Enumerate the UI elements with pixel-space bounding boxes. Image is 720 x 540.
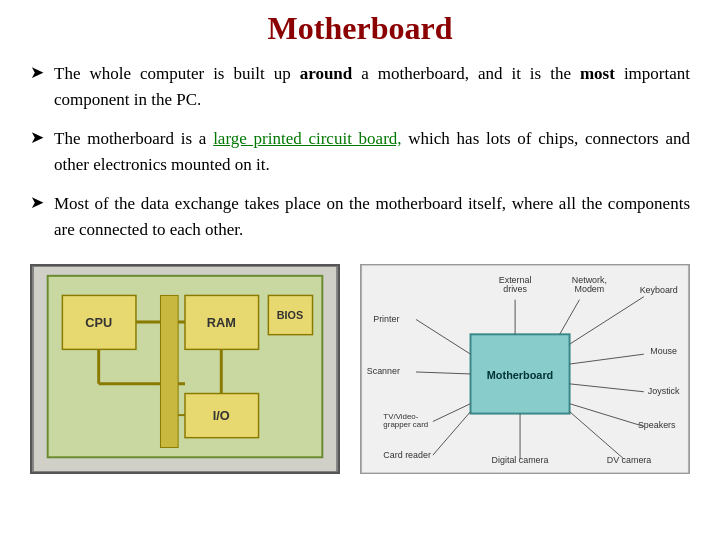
diagram-right-svg: Motherboard Printer Scanner TV/Video- gr… — [361, 265, 689, 473]
svg-text:BIOS: BIOS — [277, 309, 303, 321]
diagram-right: Motherboard Printer Scanner TV/Video- gr… — [360, 264, 690, 474]
svg-text:Modem: Modem — [575, 284, 605, 294]
bullet-3: ➤ Most of the data exchange takes place … — [30, 191, 690, 246]
svg-rect-14 — [160, 295, 178, 447]
diagrams-row: CPU RAM BIOS I/O — [30, 264, 690, 474]
diagram-left-svg: CPU RAM BIOS I/O — [32, 266, 338, 472]
bullet-text-3: Most of the data exchange takes place on… — [54, 191, 690, 242]
svg-text:Printer: Printer — [373, 314, 399, 324]
bullet-text-1: The whole computer is built up around a … — [54, 61, 690, 112]
svg-text:CPU: CPU — [85, 315, 112, 330]
diagram-left: CPU RAM BIOS I/O — [30, 264, 340, 474]
svg-text:DV camera: DV camera — [607, 455, 652, 465]
page-title: Motherboard — [30, 10, 690, 47]
svg-text:Card reader: Card reader — [383, 450, 431, 460]
svg-text:Motherboard: Motherboard — [487, 369, 553, 381]
svg-text:Scanner: Scanner — [367, 366, 400, 376]
svg-text:TV/Video-: TV/Video- — [383, 412, 418, 421]
page: Motherboard ➤ The whole computer is buil… — [0, 0, 720, 540]
svg-text:RAM: RAM — [207, 315, 236, 330]
bullet-1: ➤ The whole computer is built up around … — [30, 61, 690, 116]
svg-text:grapper card: grapper card — [383, 420, 428, 429]
svg-text:Keyboard: Keyboard — [640, 285, 678, 295]
bullet-text-2: The motherboard is a large printed circu… — [54, 126, 690, 177]
svg-text:Joystick: Joystick — [648, 386, 680, 396]
svg-text:drives: drives — [503, 284, 527, 294]
svg-text:Speakers: Speakers — [638, 420, 676, 430]
svg-text:Mouse: Mouse — [650, 346, 677, 356]
svg-text:I/O: I/O — [213, 408, 230, 423]
highlight-circuit-board: large printed circuit board, — [213, 129, 401, 148]
bullet-2: ➤ The motherboard is a large printed cir… — [30, 126, 690, 181]
bullet-arrow-3: ➤ — [30, 192, 44, 213]
bullet-arrow-1: ➤ — [30, 62, 44, 83]
bullet-arrow-2: ➤ — [30, 127, 44, 148]
